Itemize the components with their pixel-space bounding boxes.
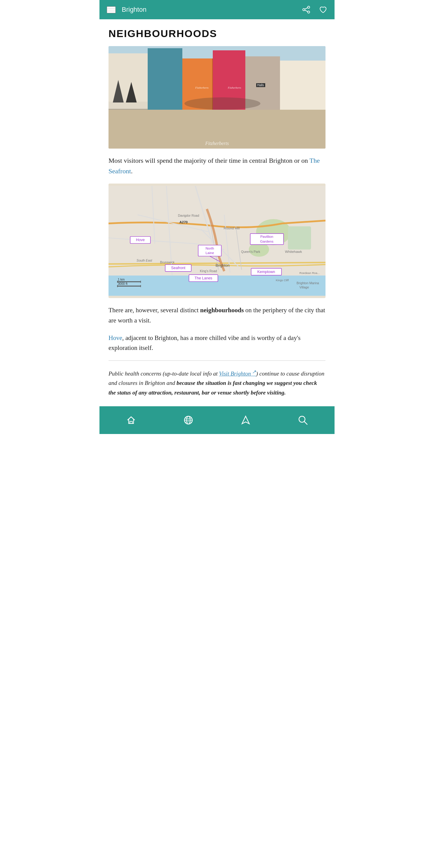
intro-text-prefix: Most visitors will spend the majority of… — [108, 157, 310, 164]
share-button[interactable] — [302, 5, 310, 14]
body-text-prefix: There are, however, several distinct — [108, 307, 200, 314]
building-6 — [280, 61, 326, 110]
app-header: Brighton — [99, 0, 335, 19]
svg-rect-12 — [141, 281, 141, 283]
svg-text:South East: South East — [136, 258, 153, 262]
visit-brighton-link[interactable]: Visit Brighton ↗ — [219, 370, 256, 377]
svg-text:Davigdor Road: Davigdor Road — [178, 214, 199, 218]
body-bold: neighbourhoods — [200, 307, 244, 314]
svg-marker-50 — [242, 416, 249, 424]
page-title: Brighton — [122, 6, 147, 13]
search-nav-button[interactable] — [295, 412, 311, 428]
hove-text: , adjacent to Brighton, has a more chill… — [108, 334, 301, 352]
building-2 — [148, 48, 182, 110]
svg-text:King's Road: King's Road — [200, 269, 217, 273]
hove-link[interactable]: Hove — [108, 334, 122, 341]
intro-period: . — [131, 167, 133, 175]
main-content: NEIGHBOURHOODS Fitzherberts Fitzherberts — [99, 19, 335, 397]
svg-line-3 — [305, 8, 308, 9]
globe-icon — [183, 415, 194, 426]
svg-text:Village: Village — [300, 286, 309, 289]
svg-text:Brighton Marina: Brighton Marina — [297, 281, 319, 285]
svg-text:Gardens: Gardens — [260, 240, 273, 243]
intro-paragraph: Most visitors will spend the majority of… — [108, 155, 326, 176]
search-icon — [298, 415, 308, 426]
svg-text:Pavillion: Pavillion — [260, 235, 273, 239]
svg-text:Hove: Hove — [136, 238, 145, 242]
heart-icon — [319, 5, 327, 14]
svg-text:Queen's Park: Queen's Park — [241, 250, 260, 254]
map-svg: 1 km 3000 ft Round Hill Whitehawk Bright… — [108, 184, 326, 298]
map-container: 1 km 3000 ft Round Hill Whitehawk Bright… — [108, 184, 326, 298]
favorite-button[interactable] — [319, 5, 327, 14]
svg-text:3000 ft: 3000 ft — [118, 282, 127, 285]
svg-line-52 — [304, 422, 307, 424]
svg-point-51 — [299, 416, 305, 422]
svg-text:Roedean Roa...: Roedean Roa... — [300, 272, 320, 275]
photo-watermark: Fitzherberts — [205, 141, 229, 146]
svg-point-1 — [303, 9, 305, 11]
svg-text:Kemptown: Kemptown — [257, 270, 275, 274]
svg-rect-9 — [288, 226, 311, 250]
svg-text:North: North — [206, 247, 214, 250]
home-icon — [126, 415, 136, 426]
street-photo: Fitzherberts Fitzherberts Fitzherberts H… — [108, 46, 326, 149]
svg-point-0 — [308, 6, 310, 8]
svg-text:A270: A270 — [179, 221, 188, 224]
svg-text:The Lanes: The Lanes — [194, 276, 212, 280]
svg-text:Brunswick: Brunswick — [160, 260, 175, 264]
header-left: Brighton — [107, 6, 147, 13]
svg-text:Laine: Laine — [206, 251, 214, 255]
svg-text:Seafront: Seafront — [171, 266, 186, 270]
bottom-nav — [99, 406, 335, 434]
navigate-icon — [240, 415, 251, 426]
hove-paragraph: Hove, adjacent to Brighton, has a more c… — [108, 333, 326, 353]
globe-nav-button[interactable] — [181, 412, 196, 428]
svg-text:Whitehawk: Whitehawk — [285, 250, 302, 254]
notice-prefix: Public health concerns (up-to-date local… — [108, 370, 219, 377]
content-divider — [108, 361, 326, 361]
svg-line-4 — [305, 10, 308, 12]
section-title: NEIGHBOURHOODS — [108, 28, 326, 39]
navigate-nav-button[interactable] — [238, 412, 253, 428]
svg-text:Brighton: Brighton — [216, 264, 230, 268]
menu-button[interactable] — [107, 6, 116, 13]
svg-rect-13 — [117, 286, 141, 287]
home-nav-button[interactable] — [123, 412, 139, 428]
body-paragraph: There are, however, several distinct nei… — [108, 305, 326, 326]
header-icons — [302, 5, 327, 14]
share-icon — [302, 5, 310, 14]
svg-rect-15 — [141, 285, 141, 287]
svg-text:Kings Cliff: Kings Cliff — [276, 279, 289, 282]
svg-point-2 — [308, 11, 310, 13]
svg-text:1 km: 1 km — [118, 278, 125, 281]
svg-text:Round Hill: Round Hill — [224, 226, 240, 230]
notice-paragraph: Public health concerns (up-to-date local… — [108, 368, 326, 397]
